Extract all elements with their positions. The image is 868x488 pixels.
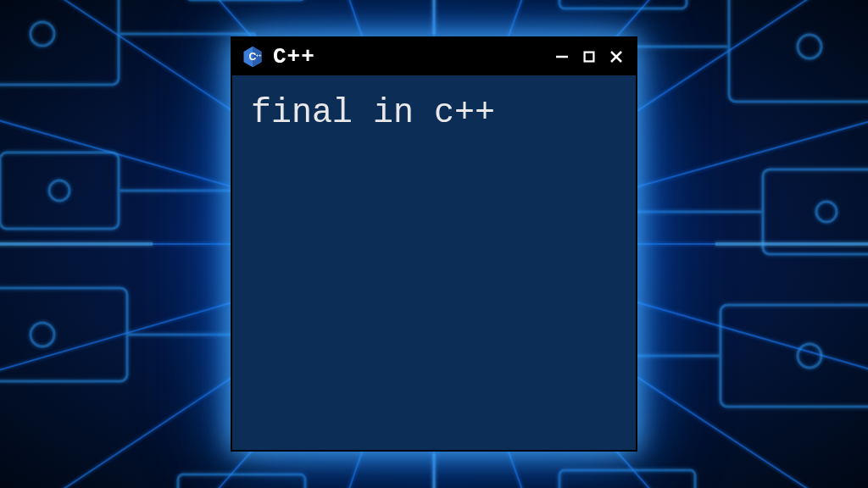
svg-rect-7 xyxy=(559,0,687,8)
maximize-button[interactable] xyxy=(578,46,600,68)
svg-point-12 xyxy=(49,180,70,201)
svg-point-13 xyxy=(816,202,837,222)
svg-rect-1 xyxy=(0,152,119,229)
svg-text:+: + xyxy=(259,53,261,58)
terminal-window: C + + C++ final in c++ xyxy=(231,36,637,452)
svg-rect-22 xyxy=(585,53,594,62)
svg-rect-5 xyxy=(721,305,868,407)
close-button[interactable] xyxy=(605,46,627,68)
window-body: final in c++ xyxy=(232,75,636,450)
cpp-logo-icon: C + + xyxy=(241,45,264,69)
svg-rect-9 xyxy=(559,470,695,488)
svg-rect-2 xyxy=(0,288,127,381)
svg-point-11 xyxy=(798,35,821,58)
window-controls xyxy=(551,46,627,68)
svg-point-14 xyxy=(31,323,54,347)
svg-point-15 xyxy=(798,344,821,368)
svg-rect-8 xyxy=(178,474,305,488)
minimize-button[interactable] xyxy=(551,46,573,68)
content-text: final in c++ xyxy=(251,94,617,132)
svg-rect-0 xyxy=(0,0,119,85)
svg-point-10 xyxy=(31,22,54,46)
window-title: C++ xyxy=(273,44,315,69)
svg-text:+: + xyxy=(256,53,259,58)
window-titlebar: C + + C++ xyxy=(232,38,636,75)
